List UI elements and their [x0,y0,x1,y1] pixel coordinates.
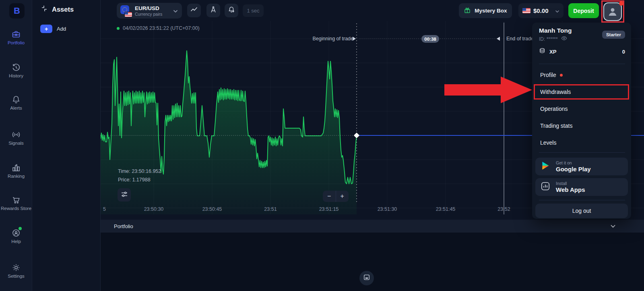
profile-alert-dot [560,74,563,77]
xp-row: XP 0 [539,48,625,56]
sidebar-item-label: Signals [0,141,32,146]
add-asset-button[interactable]: + Add [40,25,66,33]
monitor-icon [363,274,370,283]
chart-settings-button[interactable] [118,188,131,202]
chart-type-button[interactable] [187,4,201,17]
menu-item-profile[interactable]: Profile [540,68,625,82]
eye-icon[interactable] [561,36,567,42]
eur-usd-flags-icon [120,5,131,16]
coins-icon [539,48,546,56]
plus-icon: + [40,25,52,33]
web-apps-button[interactable]: Install Web Apps [535,178,628,196]
level-badge: Starter [602,31,625,39]
assets-panel-header: Assets [41,5,74,13]
live-dot-icon [117,27,120,30]
sidebar-item-label: Help [0,239,32,244]
menu-divider [539,152,625,153]
menu-item-label: Operations [540,106,568,112]
end-of-trade-label: End of trade [506,36,534,42]
web-apps-eyebrow: Install [556,181,585,186]
menu-divider [539,200,625,200]
user-id-masked: ID: ****** [539,36,558,42]
help-online-dot [19,227,22,230]
x-tick: 23:50:45 [202,206,222,212]
chart-datetime: 04/02/2026 23:51:22 (UTC+07:00) [117,25,200,31]
x-tick: 5 [103,206,106,212]
menu-item-trading-stats[interactable]: Trading stats [540,119,625,133]
add-asset-label: Add [57,26,66,32]
user-name: Manh Tong [539,27,572,34]
deposit-button[interactable]: Deposit [568,3,599,18]
menu-item-label: Trading stats [540,123,572,129]
chart-zoom-controls: − + [323,191,349,202]
history-icon [0,62,32,72]
sidebar-item-portfolio[interactable]: Portfolio [0,29,32,46]
sidebar-item-label: Portfolio [0,40,32,46]
crosshair-time: Time: 23:50:16.952 [118,168,161,174]
usd-flag-icon [522,8,530,13]
assets-icon [41,5,47,13]
chevron-down-icon [173,7,178,15]
dock-widget-button[interactable] [359,271,374,285]
sidebar-item-label: Alerts [0,106,32,111]
sidebar-item-history[interactable]: History [0,62,32,79]
menu-divider [539,64,625,64]
pair-symbol: EUR/USD [135,5,162,11]
google-play-icon [540,160,551,173]
sidebar-item-rewards-store[interactable]: Rewards Store [0,195,32,211]
sidebar-item-ranking[interactable]: Ranking [0,163,32,179]
gear-icon [0,263,32,272]
zoom-in-button[interactable]: + [336,191,349,202]
sidebar-item-alerts[interactable]: Alerts [0,95,32,111]
portfolio-drawer-bar[interactable]: Portfolio [101,220,644,233]
user-menu: Manh Tong Starter ID: ****** XP 0 Profil… [532,23,631,219]
menu-item-label: Profile [540,72,556,78]
zoom-out-button[interactable]: − [323,191,336,202]
menu-item-operations[interactable]: Operations [540,102,625,116]
menu-item-levels[interactable]: Levels [540,136,625,150]
google-play-eyebrow: Get it on [556,160,591,165]
user-id-row: ID: ****** [539,36,567,42]
bell-icon [0,95,32,104]
chevron-down-icon [610,223,616,229]
mystery-box-label: Mystery Box [475,8,507,14]
sidebar-item-settings[interactable]: Settings [0,263,32,279]
app-logo[interactable]: B [9,3,25,19]
chart-datetime-label: 04/02/2026 23:51:22 (UTC+07:00) [123,25,200,31]
sliders-icon [121,191,128,200]
notification-dot [619,1,623,6]
chevron-down-icon [555,7,559,15]
line-chart-icon [190,6,198,15]
timeframe-indicator[interactable]: 1 sec [243,4,264,17]
sidebar-item-label: Settings [0,274,32,279]
x-tick: 23:51 [264,206,277,212]
x-tick: 23:52 [497,206,510,212]
mystery-box-button[interactable]: Mystery Box [459,3,512,18]
xp-value: 0 [622,49,625,55]
sidebar-item-label: Rewards Store [0,206,32,211]
google-play-button[interactable]: Get it on Google Play [535,158,628,175]
sidebar-item-signals[interactable]: Signals [0,130,32,146]
web-apps-label: Web Apps [556,186,585,193]
add-alert-button[interactable] [225,4,238,17]
sidebar-item-help[interactable]: Help [0,228,32,244]
portfolio-drawer-label: Portfolio [114,223,133,229]
support-icon [0,228,32,238]
balance-amount: $0.00 [533,7,549,14]
logout-button[interactable]: Log out [535,204,628,218]
x-tick: 23:51:30 [378,206,397,212]
web-app-icon [540,181,551,193]
drawing-tools-button[interactable] [206,4,220,17]
x-tick: 23:50:30 [144,206,164,212]
compass-icon [209,6,217,15]
withdrawals-highlight-box [534,84,629,100]
balance-selector[interactable]: $0.00 [518,3,564,18]
asset-pair-selector[interactable]: EUR/USD Currency pairs [117,3,182,19]
beginning-of-trade-label: Beginning of trade [282,36,353,42]
red-arrow [444,76,533,104]
briefcase-icon [0,29,32,39]
trading-app: 04/02/2026 23:51:22 (UTC+07:00) Beginnin… [0,0,644,291]
pair-category: Currency pairs [135,12,162,17]
assets-panel: Assets + Add [32,0,101,291]
gift-icon [464,6,471,15]
